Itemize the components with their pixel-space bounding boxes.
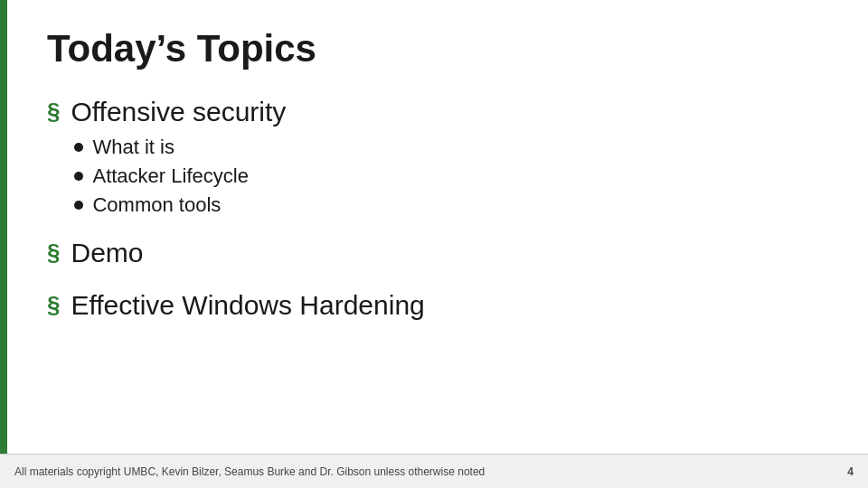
bullet-marker-2: § [47, 239, 60, 267]
accent-bar [0, 0, 7, 454]
sub-bullet-1-2: Attacker Lifecycle [74, 164, 286, 188]
bullet-label-1: Offensive security [71, 97, 286, 127]
sub-bullet-label-1-2: Attacker Lifecycle [92, 164, 248, 188]
bullet-marker-1: § [47, 98, 60, 126]
footer-page-number: 4 [847, 465, 854, 478]
bullet-content-2: Demo [71, 237, 143, 269]
bullet-item-1: § Offensive security What it is Attacker… [47, 96, 832, 217]
sub-bullet-1-1: What it is [74, 136, 286, 159]
sub-bullet-marker-1-3 [74, 201, 83, 210]
footer-copyright: All materials copyright UMBC, Kevin Bilz… [14, 465, 485, 478]
sub-bullet-label-1-3: Common tools [92, 193, 221, 217]
bullet-marker-3: § [47, 291, 60, 319]
sub-bullet-marker-1-1 [74, 143, 83, 152]
bullet-content-3: Effective Windows Hardening [71, 289, 424, 322]
bullet-item-3: § Effective Windows Hardening [47, 289, 832, 322]
bullet-label-2: Demo [71, 238, 143, 267]
sub-bullet-label-1-1: What it is [92, 136, 174, 159]
bullet-label-3: Effective Windows Hardening [71, 290, 424, 320]
footer: All materials copyright UMBC, Kevin Bilz… [0, 454, 868, 488]
sub-bullets-1: What it is Attacker Lifecycle Common too… [71, 136, 286, 217]
sub-bullet-1-3: Common tools [74, 193, 286, 217]
bullet-content-1: Offensive security What it is Attacker L… [71, 96, 286, 217]
slide: Today’s Topics § Offensive security What… [0, 0, 868, 488]
content-area: § Offensive security What it is Attacker… [47, 96, 832, 322]
sub-bullet-marker-1-2 [74, 172, 83, 181]
slide-title: Today’s Topics [47, 27, 832, 70]
bullet-item-2: § Demo [47, 237, 832, 269]
